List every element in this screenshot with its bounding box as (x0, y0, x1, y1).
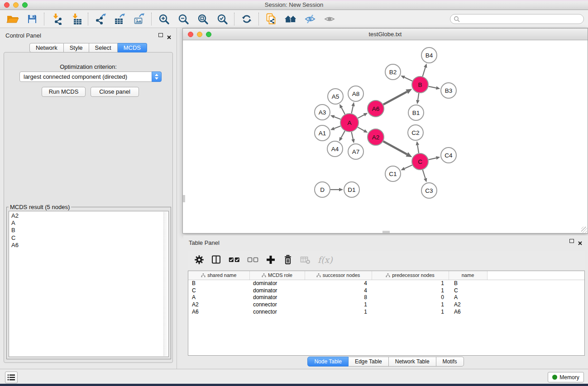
vertical-scroll-thumb[interactable] (183, 195, 185, 202)
zoom-selected-button[interactable] (212, 11, 232, 27)
minimize-window-button[interactable] (13, 2, 19, 8)
close-panel-icon[interactable] (578, 239, 582, 243)
table-row[interactable]: Adominator 80 A (188, 294, 584, 301)
graph-edge-C-C1[interactable] (405, 165, 412, 169)
import-network-button[interactable] (47, 11, 66, 27)
graph-edge-B-B3[interactable] (429, 86, 436, 88)
graph-edge-A-A4[interactable] (341, 131, 345, 138)
graph-node-label: A2 (372, 134, 380, 141)
search-input[interactable] (450, 14, 584, 24)
open-session-button[interactable] (3, 11, 22, 27)
graph-edge-C-C2[interactable] (417, 145, 419, 153)
zoom-window-button[interactable] (22, 2, 28, 8)
gear-icon (194, 255, 204, 265)
table-panel: Table Panel (183, 235, 588, 369)
column-header-predecessor-nodes[interactable]: predecessor nodes (372, 271, 449, 280)
graph-edge-A-A5[interactable] (341, 108, 345, 114)
gear-button[interactable] (194, 255, 204, 265)
home-button[interactable] (281, 11, 300, 27)
list-item[interactable]: B (11, 227, 163, 234)
graph-edge-B-B4[interactable] (423, 67, 425, 76)
zoom-out-button[interactable] (173, 11, 193, 27)
network-canvas[interactable]: AA1A2A3A4A5A6A7A8BB1B2B3B4CC1C2C3C4DD1 (183, 41, 588, 233)
graph-edge-C-C4[interactable] (429, 158, 436, 160)
float-panel-icon[interactable] (158, 33, 163, 37)
mcds-result-title: MCDS result (5 nodes) (9, 204, 71, 210)
optimization-criterion-select[interactable]: largest connected component (directed) (19, 71, 162, 82)
control-panel-tabs: Network Style Select MCDS (0, 43, 177, 52)
graph-edge-A-A1[interactable] (334, 126, 340, 129)
run-mcds-button[interactable]: Run MCDS (42, 87, 86, 97)
tab-style[interactable]: Style (64, 43, 89, 52)
horizontal-scroll-thumb[interactable] (382, 231, 390, 233)
import-table-button[interactable] (66, 11, 86, 27)
edge-arrowhead-icon (416, 100, 420, 104)
refresh-icon (241, 14, 252, 24)
memory-button[interactable]: Memory (548, 372, 584, 382)
deselect-all-button[interactable] (247, 255, 258, 264)
float-panel-icon[interactable] (569, 239, 574, 243)
edge-arrowhead-icon (330, 127, 335, 130)
clone-network-button[interactable] (261, 11, 281, 27)
graph-edge-A-A6[interactable] (358, 115, 364, 118)
close-panel-icon[interactable] (167, 33, 171, 37)
columns-button[interactable] (211, 255, 221, 265)
graph-node-label: D1 (348, 186, 355, 193)
tab-select[interactable]: Select (89, 43, 118, 52)
import-table-icon (70, 13, 82, 25)
tab-edge-table[interactable]: Edge Table (349, 357, 389, 367)
graph-edge-B-B2[interactable] (404, 77, 412, 81)
export-table-button[interactable] (110, 11, 129, 27)
table-row[interactable]: Cdominator 41 C (188, 287, 584, 294)
zoom-fit-button[interactable] (193, 11, 212, 27)
graph-edge-A6-B[interactable] (383, 92, 407, 105)
tab-motifs[interactable]: Motifs (436, 357, 464, 367)
tab-network-table[interactable]: Network Table (389, 357, 436, 367)
tab-node-table[interactable]: Node Table (307, 357, 349, 367)
zoom-in-button[interactable] (154, 11, 173, 27)
list-item[interactable]: A2 (11, 212, 163, 219)
graph-edge-A-A2[interactable] (358, 127, 364, 131)
function-button[interactable]: f(x) (318, 255, 333, 265)
column-header-mcds-role[interactable]: MCDS role (249, 271, 305, 280)
column-header-successor-nodes[interactable]: successor nodes (305, 271, 372, 280)
list-item[interactable]: C (11, 234, 163, 242)
show-hidden-button[interactable] (320, 11, 339, 27)
tab-network[interactable]: Network (29, 43, 64, 52)
graph-edge-B-B1[interactable] (418, 93, 419, 100)
clear-table-button[interactable] (300, 255, 311, 264)
refresh-button[interactable] (237, 11, 256, 27)
graph-node-label: A7 (352, 148, 360, 155)
minimize-network-window-button[interactable] (197, 32, 202, 37)
save-session-button[interactable] (22, 11, 42, 27)
export-image-button[interactable] (129, 11, 149, 27)
task-history-button[interactable] (5, 372, 18, 383)
close-window-button[interactable] (4, 2, 10, 8)
close-panel-button[interactable]: Close panel (91, 87, 139, 97)
graph-edge-C-C3[interactable] (423, 170, 425, 178)
export-network-button[interactable] (91, 11, 110, 27)
export-table-icon (114, 13, 126, 25)
table-row[interactable]: A6connector 11 A6 (188, 308, 584, 315)
list-item[interactable]: A6 (11, 242, 163, 249)
graph-edge-A2-C[interactable] (383, 141, 407, 154)
column-header-name[interactable]: name (449, 271, 487, 280)
tab-mcds[interactable]: MCDS (118, 43, 147, 52)
select-all-button[interactable] (229, 255, 240, 264)
list-scrollbar[interactable] (163, 212, 168, 356)
graph-edge-A-A7[interactable] (351, 132, 353, 139)
zoom-network-window-button[interactable] (206, 32, 211, 37)
delete-button[interactable] (283, 254, 293, 265)
table-row[interactable]: Bdominator 41 B (188, 280, 584, 287)
close-network-window-button[interactable] (188, 32, 193, 37)
table-row[interactable]: A2connector 11 A2 (188, 301, 584, 308)
graph-edge-A-A3[interactable] (334, 117, 340, 119)
graph-edge-A-A8[interactable] (351, 106, 353, 113)
hide-selected-button[interactable] (300, 11, 320, 27)
column-header-shared-name[interactable]: shared name (188, 271, 249, 280)
list-item[interactable]: A (11, 219, 163, 227)
add-button[interactable] (266, 255, 276, 265)
clear-table-icon (300, 255, 311, 264)
export-image-icon (134, 13, 145, 25)
resize-grip-icon[interactable] (581, 227, 587, 233)
